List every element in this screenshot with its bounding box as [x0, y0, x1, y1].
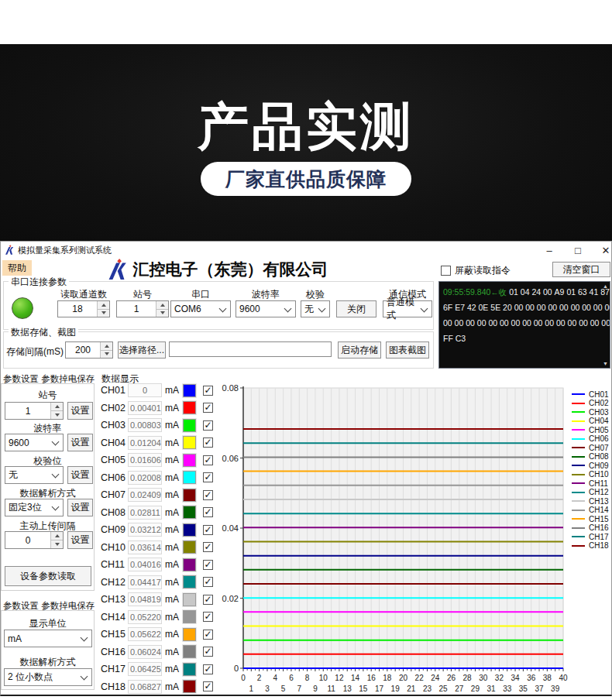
channel-value-box[interactable]: 0.04417 [128, 575, 162, 589]
channel-color-swatch[interactable] [183, 523, 196, 537]
channel-color-swatch[interactable] [183, 540, 196, 554]
tab-param-settings[interactable]: 参数设置 [3, 374, 39, 383]
mask-read-checkbox[interactable]: 屏蔽读取指令 [441, 264, 511, 277]
close-icon[interactable]: ✕ [593, 242, 612, 259]
choose-path-button[interactable]: 选择路径... [118, 341, 166, 359]
channel-checkbox[interactable]: ✓ [203, 664, 213, 674]
spinner-buttons[interactable] [50, 403, 63, 419]
scroll-down-icon[interactable]: ▼ [603, 361, 608, 366]
comm-mode-combo[interactable]: 普通模式 [383, 300, 432, 317]
parity-combo[interactable]: 无 [301, 300, 330, 317]
channel-color-swatch[interactable] [183, 489, 196, 502]
station-set-value[interactable]: 1 [5, 403, 50, 419]
close-port-button[interactable]: 关闭 [336, 300, 376, 317]
channel-value-box[interactable]: 0.04016 [128, 558, 162, 571]
channel-value-box[interactable]: 0.03614 [128, 540, 162, 554]
channel-value-box[interactable]: 0.05220 [128, 610, 162, 624]
channel-checkbox[interactable]: ✓ [203, 560, 213, 570]
channel-checkbox[interactable]: ✓ [203, 577, 213, 587]
parity-set-button[interactable]: 设置 [67, 466, 93, 484]
channel-color-swatch[interactable] [183, 419, 196, 432]
baud-set-button[interactable]: 设置 [67, 434, 93, 451]
channel-checkbox[interactable]: ✓ [203, 630, 213, 640]
channel-value-box[interactable]: 0.00803 [128, 418, 162, 432]
channel-value-box[interactable]: 0.01204 [128, 436, 162, 450]
channel-checkbox[interactable]: ✓ [203, 542, 213, 552]
interval-spinner[interactable]: 200 [65, 341, 113, 359]
channel-checkbox[interactable]: ✓ [203, 386, 213, 396]
spinner-buttons[interactable] [100, 342, 112, 358]
chart-snapshot-button[interactable]: 图表截图 [386, 341, 429, 359]
channel-value-box[interactable]: 0.02008 [128, 471, 162, 485]
scroll-up-icon[interactable]: ▲ [603, 283, 608, 289]
serial-console[interactable]: 09:55:59.840←收 01 04 24 00 A9 01 63 41 8… [438, 281, 610, 369]
channel-value-box[interactable]: 0.04819 [128, 592, 162, 606]
channel-checkbox[interactable]: ✓ [203, 507, 213, 517]
channel-color-swatch[interactable] [183, 384, 196, 397]
station-set-spinner[interactable]: 1 [5, 402, 64, 420]
read-channels-value[interactable]: 18 [58, 301, 97, 317]
parse-mode-set-button[interactable]: 设置 [67, 499, 93, 516]
channel-checkbox[interactable]: ✓ [203, 455, 213, 465]
channel-color-swatch[interactable] [183, 663, 196, 676]
tab-param-settings[interactable]: 参数设置 [3, 601, 39, 610]
channel-checkbox[interactable]: ✓ [203, 438, 213, 448]
checkbox-icon[interactable] [441, 266, 451, 276]
channel-checkbox[interactable]: ✓ [203, 525, 213, 535]
upload-interval-set-button[interactable]: 设置 [67, 531, 93, 549]
parse-mode-combo[interactable]: 固定3位 [5, 499, 64, 516]
channel-color-swatch[interactable] [183, 645, 196, 658]
read-channels-spinner[interactable]: 18 [57, 300, 110, 317]
upload-interval-value[interactable]: 0 [5, 532, 50, 548]
channel-checkbox[interactable]: ✓ [203, 647, 213, 657]
channel-color-swatch[interactable] [183, 610, 196, 623]
channel-checkbox[interactable]: ✓ [203, 420, 213, 431]
channel-value-box[interactable]: 0.00401 [128, 401, 162, 415]
channel-value-box[interactable]: 0.02811 [128, 506, 162, 520]
channel-value-box[interactable]: 0.02409 [128, 488, 162, 502]
spinner-buttons[interactable] [50, 532, 63, 548]
channel-color-swatch[interactable] [183, 436, 196, 449]
channel-color-swatch[interactable] [183, 506, 196, 519]
spinner-buttons[interactable] [97, 301, 109, 317]
channel-color-swatch[interactable] [183, 471, 196, 484]
start-storage-button[interactable]: 启动存储 [338, 341, 381, 359]
maximize-icon[interactable]: □ [566, 242, 590, 259]
channel-value-box[interactable]: 0.06425 [128, 662, 162, 676]
channel-value-box[interactable]: 0.05622 [128, 627, 162, 641]
channel-value-box[interactable]: 0.01606 [128, 453, 162, 467]
clear-window-button[interactable]: 清空窗口 [552, 262, 610, 277]
channel-checkbox[interactable]: ✓ [203, 472, 213, 482]
decimal-mode-combo[interactable]: 2 位小数点 [4, 668, 92, 686]
channel-checkbox[interactable]: ✓ [203, 681, 213, 691]
upload-interval-spinner[interactable]: 0 [5, 531, 64, 549]
channel-checkbox[interactable]: ✓ [203, 612, 213, 622]
station-value[interactable]: 1 [117, 301, 156, 317]
channel-color-swatch[interactable] [183, 558, 196, 571]
display-unit-combo[interactable]: mA [4, 630, 92, 647]
channel-value-box[interactable]: 0 [128, 383, 162, 397]
spinner-buttons[interactable] [156, 301, 168, 317]
channel-color-swatch[interactable] [183, 628, 196, 641]
channel-color-swatch[interactable] [183, 454, 196, 467]
path-input[interactable] [169, 341, 332, 357]
baud-combo[interactable]: 9600 [236, 300, 296, 317]
channel-value-box[interactable]: 0.03212 [128, 523, 162, 537]
channel-checkbox[interactable]: ✓ [203, 595, 213, 605]
station-set-button[interactable]: 设置 [67, 402, 93, 420]
channel-color-swatch[interactable] [183, 575, 196, 588]
channel-value-box[interactable]: 0.06827 [128, 680, 162, 694]
channel-value-box[interactable]: 0.06024 [128, 645, 162, 659]
channel-color-swatch[interactable] [183, 593, 196, 606]
channel-color-swatch[interactable] [183, 401, 196, 414]
read-device-params-button[interactable]: 设备参数读取 [5, 566, 91, 586]
port-combo[interactable]: COM6 [170, 300, 231, 317]
channel-checkbox[interactable]: ✓ [203, 490, 213, 500]
channel-color-swatch[interactable] [183, 680, 196, 693]
tab-param-save[interactable]: 参数掉电保存 [41, 601, 95, 610]
channel-checkbox[interactable]: ✓ [203, 403, 213, 413]
tab-param-save[interactable]: 参数掉电保存 [41, 374, 95, 383]
station-spinner[interactable]: 1 [116, 300, 169, 317]
baud-set-combo[interactable]: 9600 [5, 434, 64, 451]
minimize-icon[interactable]: – [537, 242, 562, 259]
